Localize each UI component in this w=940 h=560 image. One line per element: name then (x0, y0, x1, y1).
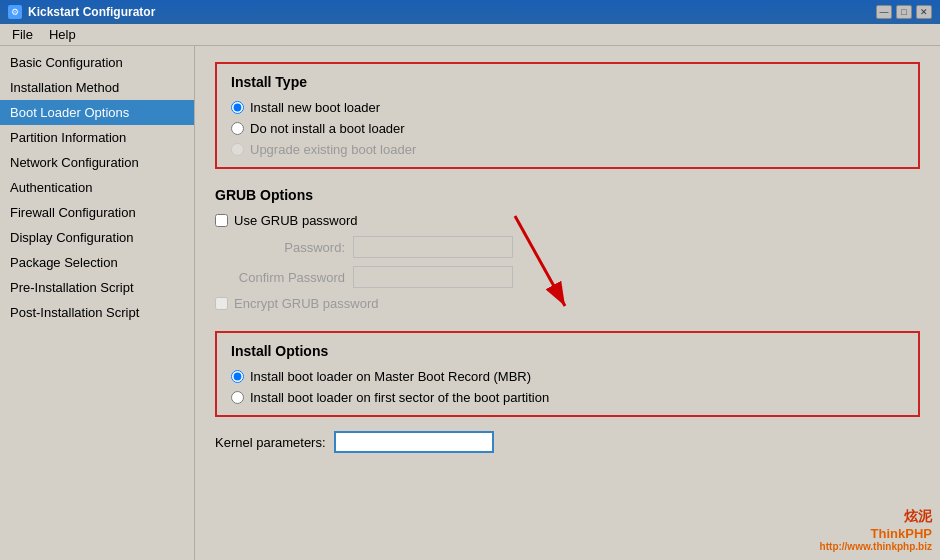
install-type-section: Install Type Install new boot loader Do … (215, 62, 920, 169)
install-type-options: Install new boot loader Do not install a… (231, 100, 904, 157)
sidebar-item-boot-loader-options[interactable]: Boot Loader Options (0, 100, 194, 125)
menu-file[interactable]: File (4, 25, 41, 44)
radio-first-sector-label: Install boot loader on first sector of t… (250, 390, 549, 405)
use-grub-password-checkbox[interactable]: Use GRUB password (215, 213, 920, 228)
radio-do-not-install[interactable]: Do not install a boot loader (231, 121, 904, 136)
radio-mbr-input[interactable] (231, 370, 244, 383)
sidebar-item-authentication[interactable]: Authentication (0, 175, 194, 200)
restore-button[interactable]: □ (896, 5, 912, 19)
watermark-line3: http://www.thinkphp.biz (820, 541, 932, 552)
confirm-password-label: Confirm Password (215, 270, 345, 285)
content-area: Install Type Install new boot loader Do … (195, 46, 940, 560)
title-bar-left: ⚙ Kickstart Configurator (8, 5, 155, 19)
password-row: Password: (215, 236, 920, 258)
install-options-section: Install Options Install boot loader on M… (215, 331, 920, 417)
use-grub-password-input[interactable] (215, 214, 228, 227)
close-button[interactable]: ✕ (916, 5, 932, 19)
install-type-title: Install Type (231, 74, 904, 90)
menu-help[interactable]: Help (41, 25, 84, 44)
kernel-parameters-label: Kernel parameters: (215, 435, 326, 450)
sidebar-item-display-configuration[interactable]: Display Configuration (0, 225, 194, 250)
menu-bar: File Help (0, 24, 940, 46)
watermark-line2: ThinkPHP (820, 526, 932, 541)
radio-upgrade-existing-label: Upgrade existing boot loader (250, 142, 416, 157)
radio-install-new[interactable]: Install new boot loader (231, 100, 904, 115)
encrypt-grub-input (215, 297, 228, 310)
title-bar: ⚙ Kickstart Configurator — □ ✕ (0, 0, 940, 24)
use-grub-password-label: Use GRUB password (234, 213, 358, 228)
sidebar-item-post-installation-script[interactable]: Post-Installation Script (0, 300, 194, 325)
app-icon: ⚙ (8, 5, 22, 19)
radio-mbr[interactable]: Install boot loader on Master Boot Recor… (231, 369, 904, 384)
confirm-password-row: Confirm Password (215, 266, 920, 288)
password-label: Password: (215, 240, 345, 255)
radio-install-new-input[interactable] (231, 101, 244, 114)
password-input[interactable] (353, 236, 513, 258)
grub-options-section: GRUB Options Use GRUB password Password:… (215, 183, 920, 323)
kernel-parameters-row: Kernel parameters: (215, 431, 920, 453)
radio-first-sector[interactable]: Install boot loader on first sector of t… (231, 390, 904, 405)
radio-install-new-label: Install new boot loader (250, 100, 380, 115)
watermark: 炫泥 ThinkPHP http://www.thinkphp.biz (820, 508, 932, 552)
sidebar-item-partition-information[interactable]: Partition Information (0, 125, 194, 150)
sidebar-item-pre-installation-script[interactable]: Pre-Installation Script (0, 275, 194, 300)
grub-options-title: GRUB Options (215, 187, 920, 203)
install-options-title: Install Options (231, 343, 904, 359)
radio-do-not-install-input[interactable] (231, 122, 244, 135)
install-options-radios: Install boot loader on Master Boot Recor… (231, 369, 904, 405)
sidebar-item-firewall-configuration[interactable]: Firewall Configuration (0, 200, 194, 225)
radio-upgrade-existing: Upgrade existing boot loader (231, 142, 904, 157)
confirm-password-input[interactable] (353, 266, 513, 288)
sidebar-item-basic-config[interactable]: Basic Configuration (0, 50, 194, 75)
kernel-parameters-input[interactable] (334, 431, 494, 453)
radio-upgrade-existing-input (231, 143, 244, 156)
radio-first-sector-input[interactable] (231, 391, 244, 404)
radio-mbr-label: Install boot loader on Master Boot Recor… (250, 369, 531, 384)
minimize-button[interactable]: — (876, 5, 892, 19)
encrypt-grub-checkbox: Encrypt GRUB password (215, 296, 920, 311)
sidebar-item-installation-method[interactable]: Installation Method (0, 75, 194, 100)
watermark-line1: 炫泥 (820, 508, 932, 526)
main-layout: Basic Configuration Installation Method … (0, 46, 940, 560)
sidebar-item-package-selection[interactable]: Package Selection (0, 250, 194, 275)
sidebar: Basic Configuration Installation Method … (0, 46, 195, 560)
radio-do-not-install-label: Do not install a boot loader (250, 121, 405, 136)
title-controls[interactable]: — □ ✕ (876, 5, 932, 19)
window-title: Kickstart Configurator (28, 5, 155, 19)
encrypt-grub-label: Encrypt GRUB password (234, 296, 379, 311)
sidebar-item-network-configuration[interactable]: Network Configuration (0, 150, 194, 175)
